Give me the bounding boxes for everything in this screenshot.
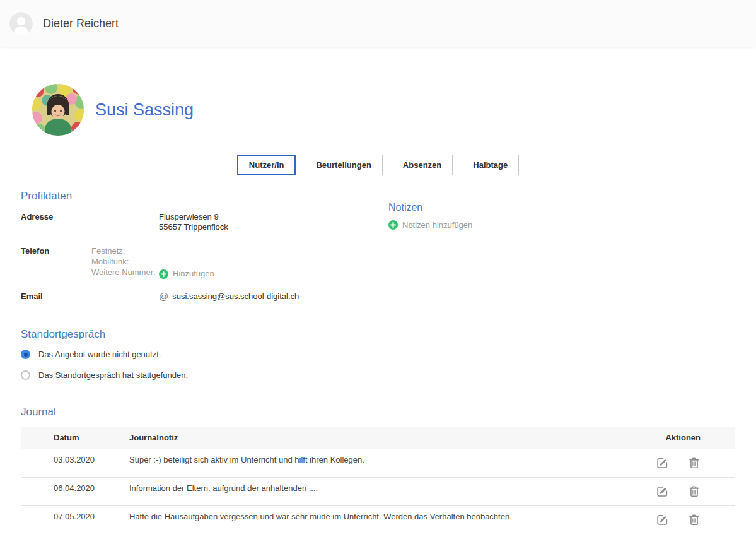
profildaten-section: Profildaten Adresse Flusperwiesen 9 5565… [21, 190, 388, 302]
tab-absenzen[interactable]: Absenzen [392, 155, 453, 175]
journal-date: 03.03.2020 [21, 449, 129, 477]
journal-date: 07.05.2020 [21, 506, 129, 534]
telefon-sublabels: Festnetz: Mobilfunk: Weitere Nummer: [91, 246, 159, 281]
journal-date: 06.04.2020 [21, 478, 129, 505]
journal-table: Datum Journalnotiz Aktionen 03.03.2020 S… [21, 427, 735, 534]
topbar: Dieter Reichert [0, 0, 756, 47]
topbar-user-name: Dieter Reichert [43, 17, 119, 30]
festnetz-label: Festnetz: [91, 246, 159, 256]
plus-icon [159, 269, 168, 279]
delete-button[interactable] [688, 456, 701, 469]
telefon-row: Telefon Festnetz: Mobilfunk: Weitere Num… [21, 246, 388, 281]
adresse-value: Flusperwiesen 9 55657 Trippenflock [159, 212, 228, 232]
notizen-hinzufuegen-link[interactable]: Notizen hinzufügen [388, 220, 472, 230]
radio-option-stattgefunden[interactable]: Das Standortgespräch hat stattgefunden. [21, 369, 735, 382]
trash-icon [688, 485, 701, 498]
profildaten-title: Profildaten [21, 190, 388, 203]
edit-button[interactable] [656, 513, 669, 526]
student-name: Susi Sassing [95, 100, 194, 120]
radio-selected-icon[interactable] [21, 350, 30, 359]
pencil-icon [656, 513, 669, 526]
weitere-nummer-label: Weitere Nummer: [91, 268, 159, 278]
delete-button[interactable] [688, 485, 701, 498]
adresse-line1: Flusperwiesen 9 [159, 212, 228, 222]
email-value: susi.sassing@sus.school-digital.ch [172, 292, 299, 302]
tab-nutzer-in[interactable]: Nutzer/in [237, 155, 296, 175]
trash-icon [688, 513, 701, 526]
edit-button[interactable] [656, 485, 669, 498]
journal-table-header: Datum Journalnotiz Aktionen [21, 427, 735, 449]
edit-button[interactable] [656, 456, 669, 469]
notizen-title: Notizen [388, 202, 735, 213]
journal-section: Journal Datum Journalnotiz Aktionen 03.0… [0, 406, 756, 549]
telefon-hinzufuegen-link[interactable]: Hinzufügen [159, 269, 214, 279]
adresse-label: Adresse [21, 212, 91, 232]
delete-button[interactable] [688, 513, 701, 526]
tab-beurteilungen[interactable]: Beurteilungen [305, 155, 382, 175]
pencil-icon [656, 456, 669, 469]
column-header-journalnotiz: Journalnotiz [129, 433, 628, 442]
radio-option-label: Das Angebot wurde nicht genutzt. [38, 350, 161, 359]
email-row: Email @ susi.sassing@sus.school-digital.… [21, 292, 388, 302]
adresse-line2: 55657 Trippenflock [159, 222, 228, 232]
journal-footer: Journaleintrag hinzufügen Seite 1 von 1 [21, 545, 735, 549]
standortgespraech-title: Standortgespräch [21, 328, 735, 341]
radio-unselected-icon[interactable] [21, 370, 30, 380]
journal-note: Super :-) beteiligt sich aktiv im Unterr… [129, 449, 628, 477]
plus-icon [388, 220, 398, 230]
pencil-icon [656, 485, 669, 498]
radio-option-angebot-nicht-genutzt[interactable]: Das Angebot wurde nicht genutzt. [21, 348, 735, 362]
profile-header: Susi Sassing [32, 84, 756, 136]
at-icon: @ [159, 292, 168, 302]
radio-option-label: Das Standortgespräch hat stattgefunden. [38, 370, 188, 380]
journal-note: Information der Eltern: aufgrund der anh… [129, 478, 628, 505]
trash-icon [688, 456, 701, 469]
table-row: 06.04.2020 Information der Eltern: aufgr… [21, 478, 735, 506]
mobilfunk-label: Mobilfunk: [91, 257, 159, 267]
notizen-section: Notizen Notizen hinzufügen [388, 202, 735, 232]
journal-note: Hatte die Hausaufgaben vergessen und war… [129, 506, 628, 534]
profile-tabs: Nutzer/in Beurteilungen Absenzen Halbtag… [0, 155, 756, 175]
adresse-row: Adresse Flusperwiesen 9 55657 Trippenflo… [21, 212, 388, 232]
column-header-aktionen: Aktionen [628, 433, 735, 442]
student-photo [32, 84, 84, 136]
telefon-label: Telefon [21, 246, 91, 281]
standortgespraech-section: Standortgespräch Das Angebot wurde nicht… [0, 328, 756, 382]
tab-halbtage[interactable]: Halbtage [462, 155, 519, 175]
table-row: 03.03.2020 Super :-) beteiligt sich akti… [21, 449, 735, 478]
column-header-datum: Datum [21, 433, 129, 442]
notizen-hinzufuegen-label: Notizen hinzufügen [402, 220, 472, 230]
user-avatar-icon[interactable] [9, 12, 33, 35]
journal-title: Journal [21, 406, 735, 418]
table-row: 07.05.2020 Hatte die Hausaufgaben verges… [21, 506, 735, 534]
hinzufuegen-label: Hinzufügen [173, 269, 214, 279]
email-label: Email [21, 292, 91, 302]
